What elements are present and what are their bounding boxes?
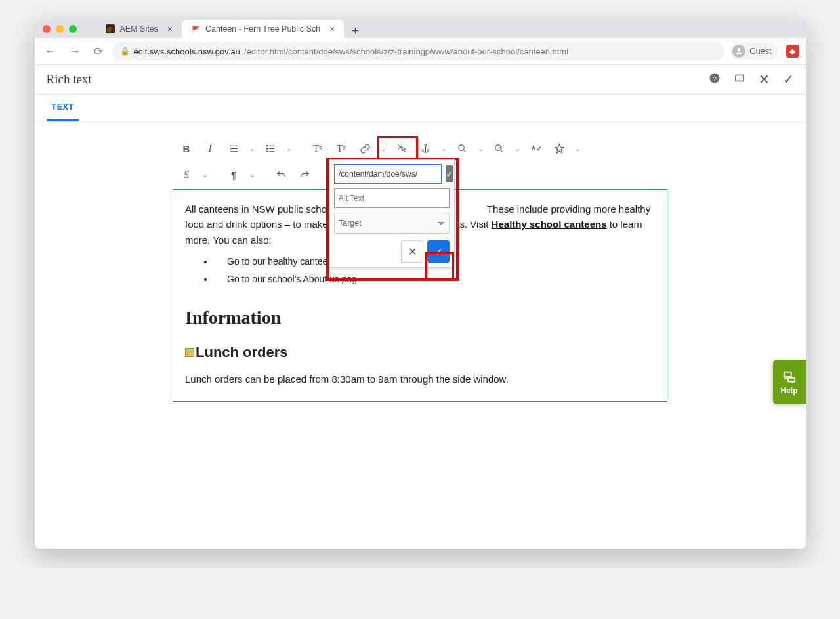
address-bar[interactable]: 🔒 edit.sws.schools.nsw.gov.au/editor.htm… [112, 42, 725, 60]
chevron-down-icon[interactable]: ⌄ [572, 138, 583, 159]
redo-button[interactable] [293, 164, 316, 185]
link-dialog: ✓ Target ✕ ✓ [329, 159, 455, 268]
close-tab-icon[interactable]: × [329, 24, 335, 34]
new-tab-button[interactable]: + [344, 24, 367, 38]
help-label: Help [780, 386, 797, 395]
url-path: /editor.html/content/doe/sws/schools/z/z… [244, 47, 568, 56]
minimize-window-button[interactable] [56, 25, 64, 33]
favicon-icon: ◎ [106, 24, 115, 33]
dialog-tabs: TEXT [35, 95, 806, 122]
paraformat-button[interactable]: ¶ [222, 164, 245, 185]
reload-button[interactable]: ⟳ [90, 43, 107, 60]
tab-title: AEM Sites [120, 24, 158, 33]
lock-icon: 🔒 [120, 47, 130, 56]
hyperlink-button[interactable] [354, 138, 376, 159]
find-button[interactable] [451, 138, 473, 159]
subscript-button[interactable]: T2 [306, 138, 329, 159]
chevron-down-icon[interactable]: ⌄ [511, 138, 523, 159]
align-button[interactable] [222, 138, 245, 159]
svg-text:?: ? [713, 74, 717, 81]
link-healthy-canteens[interactable]: Healthy school canteens [492, 219, 607, 230]
link-apply-button[interactable]: ✓ [427, 240, 450, 263]
back-button[interactable]: ← [41, 43, 60, 59]
titlebar: ◎ AEM Sites × 🚩 Canteen - Fern Tree Publ… [35, 20, 806, 38]
bold-button[interactable]: B [175, 138, 198, 159]
browser-window: ◎ AEM Sites × 🚩 Canteen - Fern Tree Publ… [35, 20, 806, 549]
forward-button[interactable]: → [66, 43, 85, 59]
svg-point-4 [266, 145, 267, 146]
strikethrough-button[interactable]: S [175, 164, 198, 185]
toolbar-row: ← → ⟳ 🔒 edit.sws.schools.nsw.gov.au/edit… [35, 38, 806, 65]
dialog-title: Rich text [47, 72, 92, 87]
undo-button[interactable] [270, 164, 292, 185]
close-window-button[interactable] [43, 25, 51, 33]
chevron-down-icon[interactable]: ⌄ [474, 138, 486, 159]
svg-rect-3 [736, 75, 744, 81]
heading-information[interactable]: Information [185, 303, 655, 331]
svg-point-6 [266, 151, 267, 152]
favicon-icon: 🚩 [191, 24, 200, 33]
path-picker-button[interactable]: ✓ [446, 165, 453, 182]
chevron-down-icon[interactable]: ⌄ [377, 138, 389, 159]
tab-strip: ◎ AEM Sites × 🚩 Canteen - Fern Tree Publ… [96, 20, 367, 38]
chevron-down-icon[interactable]: ⌄ [246, 138, 258, 159]
done-icon[interactable]: ✓ [783, 72, 794, 87]
spellcheck-button[interactable] [524, 138, 547, 159]
extension-button[interactable]: ◆ [786, 45, 799, 58]
zoom-window-button[interactable] [69, 25, 77, 33]
browser-tab-aem-sites[interactable]: ◎ AEM Sites × [96, 20, 182, 38]
browser-tab-canteen[interactable]: 🚩 Canteen - Fern Tree Public Sch × [182, 20, 344, 38]
url-host: edit.sws.schools.nsw.gov.au [134, 47, 240, 56]
cancel-icon[interactable]: ✕ [759, 72, 770, 87]
help-widget[interactable]: Help [773, 360, 806, 404]
image-placeholder-icon [185, 348, 194, 357]
svg-point-7 [425, 144, 427, 146]
profile-chip[interactable]: Guest [730, 43, 778, 60]
favorite-button[interactable] [548, 138, 570, 159]
paragraph[interactable]: Lunch orders can be placed from 8:30am t… [185, 372, 655, 387]
unlink-button[interactable] [390, 138, 413, 159]
profile-label: Guest [749, 47, 771, 56]
svg-point-9 [495, 144, 501, 150]
heading-lunch-orders[interactable]: Lunch orders [185, 341, 655, 364]
svg-point-0 [738, 48, 741, 51]
tab-text[interactable]: TEXT [47, 95, 79, 121]
avatar-icon [732, 45, 746, 58]
dialog-actions: ? ✕ ✓ [709, 72, 794, 87]
anchor-button[interactable] [414, 138, 436, 159]
window-controls [43, 20, 77, 38]
fullscreen-icon[interactable] [734, 72, 746, 87]
link-cancel-button[interactable]: ✕ [401, 240, 423, 263]
list-button[interactable] [259, 138, 282, 159]
italic-button[interactable]: I [199, 138, 221, 159]
find-replace-button[interactable] [488, 138, 510, 159]
link-path-input[interactable] [334, 164, 442, 184]
chevron-down-icon[interactable]: ⌄ [199, 164, 211, 185]
target-select[interactable]: Target [334, 213, 450, 234]
editor-area: B I ⌄ ⌄ T2 T2 ⌄ ⌄ ⌄ ⌄ ⌄ S⌄ ¶⌄ [35, 122, 806, 549]
close-tab-icon[interactable]: × [167, 24, 173, 34]
superscript-button[interactable]: T2 [330, 138, 352, 159]
tab-title: Canteen - Fern Tree Public Sch [205, 24, 320, 33]
rte-wrap: B I ⌄ ⌄ T2 T2 ⌄ ⌄ ⌄ ⌄ ⌄ S⌄ ¶⌄ [173, 134, 667, 402]
alt-text-input[interactable] [334, 188, 450, 208]
chevron-down-icon[interactable]: ⌄ [246, 164, 258, 185]
chat-icon [781, 369, 798, 383]
dialog-header: Rich text ? ✕ ✓ [35, 65, 806, 95]
list-item[interactable]: Go to our school's About us pag [214, 270, 655, 289]
svg-point-8 [458, 144, 464, 150]
help-icon[interactable]: ? [709, 72, 721, 87]
chevron-down-icon[interactable]: ⌄ [283, 138, 295, 159]
svg-point-5 [266, 148, 267, 148]
chevron-down-icon[interactable]: ⌄ [438, 138, 450, 159]
